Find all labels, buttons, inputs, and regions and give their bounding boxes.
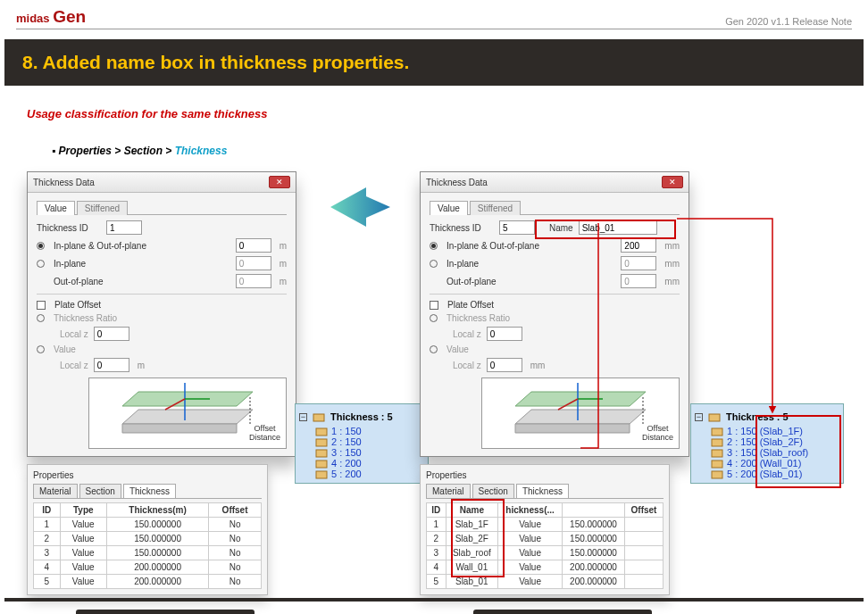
tab-material[interactable]: Material	[426, 484, 471, 498]
localz2-input	[94, 358, 129, 372]
tree-item[interactable]: 1 : 150	[315, 426, 421, 436]
tree-item[interactable]: 4 : 200 (Wall_01)	[711, 458, 836, 469]
tab-value[interactable]: Value	[430, 201, 468, 215]
svg-marker-16	[515, 424, 630, 433]
table-row: 5Value200.000000No	[34, 575, 262, 589]
svg-rect-24	[712, 450, 722, 457]
chk-plate-offset[interactable]	[430, 301, 438, 310]
tab-section[interactable]: Section	[472, 484, 514, 498]
svg-rect-12	[316, 471, 327, 478]
tree-header: Thickness : 5	[726, 411, 789, 422]
close-icon[interactable]: ✕	[662, 176, 683, 188]
svg-rect-26	[712, 471, 722, 478]
close-icon[interactable]: ✕	[269, 176, 290, 188]
tree-item[interactable]: 2 : 150	[315, 436, 421, 447]
localz1-input	[487, 327, 522, 341]
unit-label: mm	[664, 259, 680, 269]
svg-rect-25	[712, 460, 722, 468]
table-row: 2Slab_2FValue150.000000	[427, 532, 664, 546]
properties-table: IDNamehickness(...Offset 1Slab_1FValue15…	[426, 502, 664, 589]
tree-item[interactable]: 2 : 150 (Slab_2F)	[711, 436, 836, 447]
properties-box-new: Properties Material Section Thickness ID…	[420, 464, 670, 595]
tab-stiffened[interactable]: Stiffened	[470, 201, 521, 215]
label-inout: In-plane & Out-of-plane	[54, 241, 146, 251]
chk-plate-offset[interactable]	[37, 301, 46, 310]
svg-rect-10	[316, 450, 327, 457]
minus-icon[interactable]: −	[695, 413, 703, 421]
unit-label: mm	[530, 361, 546, 370]
table-row: 4Value200.000000No	[34, 560, 262, 575]
svg-marker-2	[122, 424, 237, 433]
properties-box-old: Properties Material Section Thickness ID…	[27, 464, 268, 595]
radio-inout[interactable]	[430, 242, 438, 250]
svg-rect-7	[313, 414, 324, 421]
tree-old: − Thickness : 5 1 : 150 2 : 150 3 : 150 …	[295, 403, 429, 484]
unit-label: m	[280, 241, 287, 251]
tree-item[interactable]: 3 : 150	[315, 447, 421, 458]
radio-value	[430, 345, 438, 353]
tab-section[interactable]: Section	[79, 484, 121, 498]
label-outofplane: Out-of-plane	[54, 277, 104, 286]
label-value: Value	[54, 344, 76, 354]
folder-icon	[711, 426, 723, 436]
tree-item[interactable]: 5 : 200	[315, 469, 421, 479]
inout-value[interactable]	[236, 238, 271, 253]
folder-icon	[315, 436, 328, 447]
svg-marker-1	[122, 410, 253, 424]
tab-material[interactable]: Material	[33, 484, 78, 498]
release-note: Gen 2020 v1.1 Release Note	[725, 16, 852, 27]
unit-label: m	[280, 259, 287, 269]
tree-item[interactable]: 5 : 200 (Slab_01)	[711, 469, 836, 479]
radio-inplane[interactable]	[37, 260, 45, 268]
minus-icon[interactable]: −	[299, 413, 307, 421]
table-row: 2Value150.000000No	[34, 532, 262, 546]
properties-title: Properties	[426, 470, 664, 480]
subtitle: Usage classification for the same thickn…	[27, 107, 268, 120]
tree-item[interactable]: 1 : 150 (Slab_1F)	[711, 426, 836, 436]
label-tratio: Thickness Ratio	[447, 313, 510, 323]
footer-bar	[4, 598, 864, 602]
tree-header: Thickness : 5	[330, 411, 393, 422]
folder-icon	[315, 426, 328, 436]
table-row: 1Value150.000000No	[34, 518, 262, 532]
svg-marker-13	[330, 187, 390, 227]
name-input[interactable]	[579, 220, 657, 235]
localz2-input	[487, 358, 522, 372]
folder-icon	[315, 458, 328, 469]
svg-rect-9	[316, 439, 327, 446]
tab-thickness[interactable]: Thickness	[123, 484, 176, 498]
svg-rect-21	[709, 414, 720, 421]
label-name: Name	[549, 223, 573, 233]
tab-stiffened[interactable]: Stiffened	[77, 201, 128, 215]
tab-value[interactable]: Value	[37, 201, 75, 215]
unit-label: m	[138, 361, 145, 370]
right-panel: Thickness Data ✕ Value Stiffened Thickne…	[420, 171, 705, 614]
thickness-id-input[interactable]	[499, 220, 535, 235]
left-panel: Thickness Data ✕ Value Stiffened Thickne…	[27, 171, 304, 614]
inout-value[interactable]	[621, 238, 656, 253]
radio-tratio	[37, 314, 45, 322]
radio-inplane[interactable]	[430, 260, 438, 268]
svg-rect-22	[712, 428, 722, 436]
svg-rect-11	[316, 460, 327, 468]
thickness-id-input[interactable]	[106, 220, 142, 235]
logo: midas Gen	[16, 7, 86, 27]
properties-title: Properties	[33, 470, 262, 480]
table-row: 3Slab_roofValue150.000000	[427, 546, 664, 560]
arrow-icon	[321, 171, 402, 243]
tab-thickness[interactable]: Thickness	[516, 484, 569, 498]
tree-item[interactable]: 3 : 150 (Slab_roof)	[711, 447, 836, 458]
folder-icon	[711, 469, 723, 479]
breadcrumb: Properties > Section > Thickness	[52, 145, 227, 157]
outofplane-value	[621, 274, 656, 288]
svg-rect-8	[316, 428, 327, 436]
dialog-title: Thickness Data	[426, 178, 488, 187]
radio-inout[interactable]	[37, 242, 45, 250]
label-thickness-id: Thickness ID	[37, 223, 101, 233]
label-inout: In-plane & Out-of-plane	[447, 241, 539, 251]
version-old: Midas Gen 2019 v2.2	[76, 610, 255, 614]
folder-icon	[315, 447, 328, 458]
tree-item[interactable]: 4 : 200	[315, 458, 421, 469]
table-row: 1Slab_1FValue150.000000	[427, 518, 664, 532]
label-localz: Local z	[60, 329, 88, 339]
